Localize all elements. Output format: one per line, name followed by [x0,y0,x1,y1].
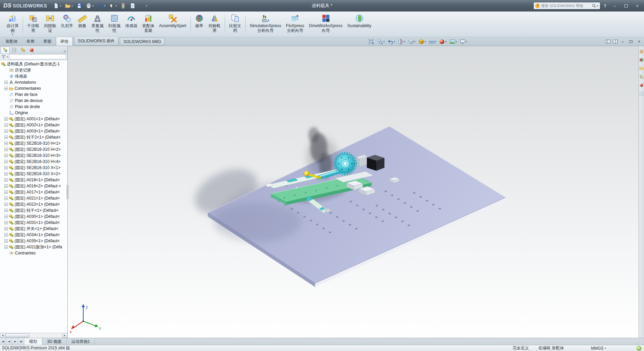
tree-item-a016-1[interactable]: +(固定) A016<1> (Défaut< [0,177,67,183]
tree-item-a031[interactable]: +(固定) A031<1> (Défaut< [0,220,67,226]
tree-item-annotations[interactable]: +Annotations [0,79,67,85]
expander-icon[interactable]: + [4,129,8,133]
expander-icon[interactable]: + [4,160,8,163]
expander-icon[interactable]: + [4,239,8,243]
next-tab-button[interactable]: ▶ [12,338,18,345]
panel-tab-featuremanager[interactable] [1,46,9,53]
tree-item-plan-de-droite[interactable]: Plan de droite [0,104,67,110]
ribbon-button-mass-properties[interactable]: 质量属性 [89,13,106,36]
expander-icon[interactable]: + [4,154,8,157]
ribbon-button-clearance-verification[interactable]: 间隙验证 [42,13,59,36]
tree-item-se2b16-310-h4[interactable]: +(固定) SE2B16-310 H<4> [0,159,67,165]
tree-item-se2b16-310-h2[interactable]: +(固定) SE2B16-310 H<2> [0,146,67,152]
doc-restore-button[interactable] [628,40,634,43]
pane-split-icon[interactable] [613,40,618,43]
tree-item-a017[interactable]: +(固定) A017<1> (Défaut< [0,189,67,195]
ribbon-button-sustainability[interactable]: Sustainability [345,13,374,36]
pane-layout-icon[interactable] [606,40,610,43]
expander-icon[interactable]: + [4,178,8,182]
file-properties-button[interactable] [128,2,137,10]
tab-assembly[interactable]: 装配体 [1,37,22,46]
print-button[interactable]: ▾ [84,2,95,10]
tree-item-plan-de-dessus[interactable]: Plan de dessus [0,98,67,104]
tree-item-history[interactable]: 历史记录 [0,67,67,73]
tab-evaluate[interactable]: 评估 [56,37,73,46]
zoom-fit-button[interactable] [368,39,374,45]
edit-appearance-button[interactable]: ▾ [439,39,447,45]
open-button[interactable]: ▾ [63,2,74,10]
maximize-button[interactable] [621,2,631,9]
tree-item-a021-new[interactable]: +(固定) A021新加<1> (Défa [0,244,67,250]
panel-splitter[interactable] [67,185,68,199]
tab-model[interactable]: 模型 [24,338,42,345]
expander-icon[interactable]: + [4,123,8,127]
tab-motion-study-1[interactable]: 运动算例1 [67,338,95,345]
tab-solidworks-mbd[interactable]: SOLIDWORKS MBD [120,38,165,45]
search-button[interactable]: ▾ [591,4,599,8]
base-plate[interactable] [208,126,506,287]
ribbon-button-floxpress[interactable]: FloXpress分析向导 [284,13,307,36]
expander-icon[interactable]: + [4,203,8,206]
doc-close-button[interactable]: × [636,39,642,44]
units-selector[interactable]: MMGS▾ [591,346,606,351]
prev-tab-button[interactable]: ◀ [6,338,12,345]
ribbon-button-interference-check[interactable]: 干涉检查 [25,13,42,36]
apply-scene-button[interactable]: ▾ [449,39,457,45]
tab-solidworks-addins[interactable]: SOLIDWORKS 插件 [74,37,118,45]
panel-tab-configurationmanager[interactable] [18,46,27,53]
help-search-box[interactable]: ? ▾ [533,2,600,9]
expander-icon[interactable]: + [4,136,8,139]
resources-button[interactable] [639,49,644,54]
quick-tips-icon[interactable] [637,346,641,351]
tab-sketch[interactable]: 草图 [39,37,56,46]
ribbon-button-sensors[interactable]: 传感器 [123,13,140,36]
tree-item-a034[interactable]: +(固定) A034<1> (Défaut< [0,232,67,238]
expander-icon[interactable]: + [4,233,8,236]
ribbon-button-driveworksxpress[interactable]: DriveWorksXpress向导 [307,13,345,36]
expander-icon[interactable]: + [4,227,8,230]
save-button[interactable] [75,2,84,10]
ribbon-button-section-properties[interactable]: 剖面属性 [106,13,123,36]
expander-icon[interactable]: + [4,209,8,212]
expander-icon[interactable]: + [4,197,8,200]
panel-tab-propertymanager[interactable] [9,46,18,53]
expander-icon[interactable]: + [4,148,8,151]
graphics-area[interactable]: Z X Y [68,46,639,338]
tree-item-sensors[interactable]: 传感器 [0,73,67,79]
scroll-right-button[interactable]: ▶ [62,333,67,338]
tree-item-a002[interactable]: +(固定) A002<1> (Défaut< [0,122,67,128]
section-view-button[interactable]: ▾ [398,39,405,45]
display-style-button[interactable]: ▾ [418,39,426,45]
tree-item-a003[interactable]: +(固定) A003<1> (Défaut< [0,128,67,134]
expander-icon[interactable]: + [4,245,8,249]
view-palette-button[interactable] [639,74,644,79]
scroll-left-button[interactable]: ◀ [0,333,5,338]
view-settings-button[interactable]: ▾ [460,39,467,45]
hide-show-items-button[interactable]: ▾ [429,39,437,45]
tree-item-a035[interactable]: +(固定) A035<1> (Défaut< [0,238,67,244]
ribbon-button-design-study[interactable]: 设计算例▼ [4,13,21,36]
tree-hscrollbar[interactable]: ◀ ▶ [0,333,67,338]
ribbon-button-symmetry-check[interactable]: 对称检查 [206,13,223,36]
tree-item-a001[interactable]: +(固定) A001<1> (Défaut< [0,116,67,122]
expander-icon[interactable]: + [4,221,8,224]
ribbon-button-simulationxpress[interactable]: SimulationXpress分析向导 [247,13,284,36]
ribbon-button-compare-documents[interactable]: 比较文档 [227,13,244,36]
scroll-thumb[interactable] [5,333,29,337]
view-orientation-button[interactable]: ▾ [408,39,416,45]
tree-item-se2b16-310-x2[interactable]: +(固定) SE2B16-310 X<2> [0,171,67,177]
scene-3d[interactable]: Z X Y [68,46,639,338]
tree-filter-input[interactable] [9,54,66,59]
tab-layout[interactable]: 布局 [22,37,39,46]
last-tab-button[interactable]: ▶| [18,338,24,345]
previous-view-button[interactable]: ▾ [387,39,395,45]
expander-icon[interactable]: + [4,117,8,121]
ribbon-button-hole-alignment[interactable]: 孔对齐 [59,13,75,36]
help-button[interactable]: ? [601,2,609,9]
expander-icon[interactable]: + [4,142,8,145]
tree-item-contraintes[interactable]: Contraintes [0,250,67,256]
expander-icon[interactable]: + [4,190,8,194]
doc-minimize-button[interactable]: – [620,39,626,44]
tree-item-rotor[interactable]: +(固定) 转子<1> (Défaut< [0,207,67,213]
file-explorer-button[interactable] [639,66,644,70]
